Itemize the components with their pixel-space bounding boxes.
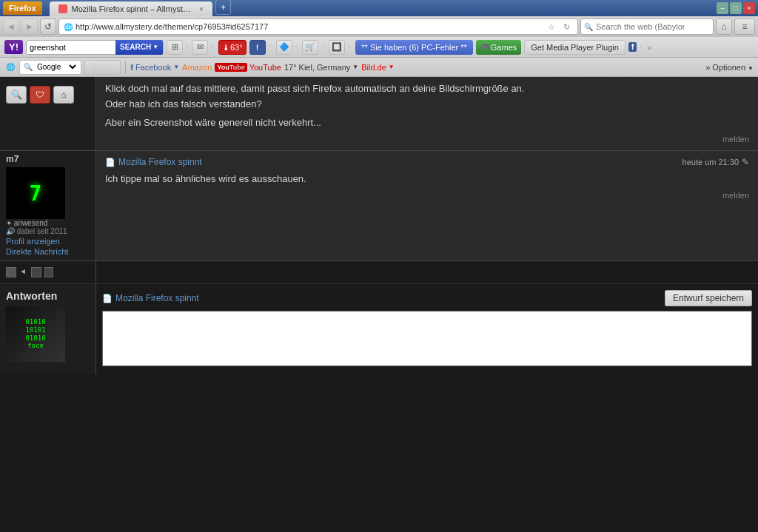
search2-select[interactable]: GoogleYahooBing xyxy=(34,62,78,72)
entwurf-btn[interactable]: Entwurf speichern xyxy=(665,290,752,306)
temp-widget[interactable]: 🌡 63° xyxy=(218,40,246,55)
window-controls: – □ × xyxy=(717,2,755,14)
toolbar1-icon3[interactable]: 🔷 xyxy=(276,40,292,55)
minimize-btn[interactable]: – xyxy=(717,2,728,14)
new-tab-btn[interactable]: + xyxy=(215,0,232,15)
shield-tool-btn[interactable]: 🛡 xyxy=(30,86,50,104)
bottom-icon2[interactable]: ◄ xyxy=(19,267,28,277)
home-btn[interactable]: ⌂ xyxy=(716,18,732,35)
post1-footer: melden xyxy=(105,134,749,144)
home-tool-btn[interactable]: ⌂ xyxy=(53,86,74,104)
post2-since: 🔊 dabei seit 2011 xyxy=(6,227,90,235)
temp-value: 63° xyxy=(230,43,243,52)
toolbar1-icon4-arrow[interactable]: ▼ xyxy=(320,44,326,50)
post1-text1: Klick doch mal auf das mittlere, damit p… xyxy=(105,83,749,94)
post2-status: ✦ anwesend xyxy=(6,219,90,227)
amazon-label: Amazon xyxy=(182,63,212,72)
games-label: Games xyxy=(491,43,517,52)
post2-profile-link[interactable]: Profil anzeigen xyxy=(6,237,90,246)
firefox-menu[interactable]: Firefox xyxy=(3,1,42,15)
forward-btn[interactable]: ► xyxy=(21,18,38,35)
address-bar[interactable]: 🌐 http://www.allmystery.de/themen/cp7695… xyxy=(58,18,578,35)
world-icon[interactable]: 🌐 xyxy=(4,61,16,73)
youtube-logo: YouTube xyxy=(215,63,246,72)
bottom-icon1[interactable] xyxy=(6,267,16,277)
toolbar-row2: 🌐 🔍 GoogleYahooBing Suche f Facebook ▼ A… xyxy=(0,58,758,77)
back-btn[interactable]: ◄ xyxy=(3,18,19,35)
toolbar1-icon3-arrow[interactable]: ▼ xyxy=(294,44,300,50)
post2-footer: melden xyxy=(105,190,749,201)
bookmark-star[interactable]: ☆ xyxy=(545,20,558,33)
post2-body: 📄 Mozilla Firefox spinnt heute um 21:30 … xyxy=(96,151,758,260)
fb-group: f ▼ xyxy=(249,40,273,55)
post2-title[interactable]: Mozilla Firefox spinnt xyxy=(118,157,202,167)
toolbar1-fb-badge[interactable]: f xyxy=(628,42,637,52)
menu-btn[interactable]: ≡ xyxy=(734,18,755,35)
toolbar1-email-arrow[interactable]: ▼ xyxy=(209,44,215,50)
yahoo-search-input[interactable] xyxy=(27,43,115,52)
reload-btn[interactable]: ↺ xyxy=(40,18,56,35)
close-btn[interactable]: × xyxy=(743,2,755,14)
toolbar1-fb-arrow[interactable]: ▼ xyxy=(638,44,644,50)
tab-title: Mozilla Firefox spinnt – Allmystery xyxy=(72,4,192,13)
post2-direct-msg[interactable]: Direkte Nachricht xyxy=(6,247,90,256)
tab-close-btn[interactable]: × xyxy=(199,5,204,13)
search-arrow-icon: ▼ xyxy=(152,44,158,50)
tab-favicon xyxy=(58,4,67,13)
toolbar1-email-btn[interactable]: ✉ xyxy=(192,40,208,55)
facebook-arrow: ▼ xyxy=(173,64,179,70)
nav-search-bar[interactable]: 🔍 xyxy=(580,18,714,35)
reply-title-link[interactable]: Mozilla Firefox spinnt xyxy=(115,293,199,303)
facebook-link[interactable]: f Facebook ▼ xyxy=(130,63,179,72)
toolbar1-icon5-group: 🔲 ▼ xyxy=(329,40,352,55)
post1-body: Klick doch mal auf das mittlere, damit p… xyxy=(96,77,758,150)
bottom-icon4[interactable] xyxy=(44,267,53,277)
bild-link[interactable]: Bild.de ▼ xyxy=(361,63,395,72)
youtube-link[interactable]: YouTube YouTube xyxy=(215,63,281,72)
toolbar1-icon4[interactable]: 🛒 xyxy=(302,40,318,55)
toolbar1-icon5[interactable]: 🔲 xyxy=(329,40,345,55)
toolbar1-overflow[interactable]: » xyxy=(647,43,651,52)
optionen-btn[interactable]: » Optionen ▼ xyxy=(705,63,754,72)
optionen-label: » Optionen xyxy=(705,63,745,72)
optionen-arrow: ▼ xyxy=(748,65,754,72)
toolbar-row1: Y! SEARCH ▼ ⊞ ▼ ✉ ▼ 🌡 63° f ▼ 🔷 ▼ 🛒 xyxy=(0,37,758,58)
reply-content: 📄 Mozilla Firefox spinnt Entwurf speiche… xyxy=(96,284,758,374)
title-bar: Firefox Mozilla Firefox spinnt – Allmyst… xyxy=(0,0,758,16)
reply-top: 📄 Mozilla Firefox spinnt Entwurf speiche… xyxy=(102,290,752,306)
amazon-link[interactable]: Amazon xyxy=(182,63,212,72)
toolbar1-icon5-arrow[interactable]: ▼ xyxy=(346,44,352,50)
address-actions: ☆ ↻ xyxy=(545,20,573,33)
url-text: http://www.allmystery.de/themen/cp76953#… xyxy=(76,22,545,31)
post1-melden[interactable]: melden xyxy=(722,135,749,144)
toolbar1-f-arrow[interactable]: ▼ xyxy=(267,44,273,50)
toolbar1-f-btn[interactable]: f xyxy=(249,40,266,55)
yahoo-search-btn[interactable]: SEARCH ▼ xyxy=(115,40,163,55)
weather-arrow: ▼ xyxy=(352,64,358,70)
babylon-search-input[interactable] xyxy=(596,22,685,31)
pc-error-btn[interactable]: ** Sie haben (6) PC-Fehler ** xyxy=(355,40,472,55)
search-tool-btn[interactable]: 🔍 xyxy=(6,86,27,104)
reply-icon: 📄 xyxy=(102,294,113,303)
toolbar1-icon1-arrow[interactable]: ▼ xyxy=(184,44,190,50)
pc-error-label: ** Sie haben (6) PC-Fehler ** xyxy=(361,43,466,52)
toolbar1-icon3-group: 🔷 ▼ xyxy=(276,40,300,55)
post2-melden[interactable]: melden xyxy=(722,191,749,200)
suche-btn[interactable]: Suche xyxy=(84,60,121,75)
bild-arrow: ▼ xyxy=(389,64,395,70)
weather-link[interactable]: 17° Kiel, Germany ▼ xyxy=(284,63,358,72)
toolbar1-icon-group: ⊞ ▼ ✉ ▼ xyxy=(167,40,215,55)
bottom-icon3[interactable] xyxy=(31,267,41,277)
post2-edit-icon[interactable]: ✎ xyxy=(742,157,749,167)
toolbar1-icon1[interactable]: ⊞ xyxy=(167,40,183,55)
media-player-btn[interactable]: Get Media Player Plugin xyxy=(524,40,625,55)
reply-textarea[interactable] xyxy=(102,311,752,366)
active-tab[interactable]: Mozilla Firefox spinnt – Allmystery × xyxy=(50,1,212,16)
toolbar1-icon4-group: 🛒 ▼ xyxy=(302,40,326,55)
refresh-addr[interactable]: ↻ xyxy=(560,20,573,33)
maximize-btn[interactable]: □ xyxy=(730,2,742,14)
searchbar2[interactable]: 🔍 GoogleYahooBing xyxy=(19,60,81,75)
games-btn[interactable]: 🎮 Games xyxy=(476,40,521,55)
facebook-label: Facebook xyxy=(135,63,171,72)
yahoo-btn[interactable]: Y! xyxy=(4,40,23,54)
